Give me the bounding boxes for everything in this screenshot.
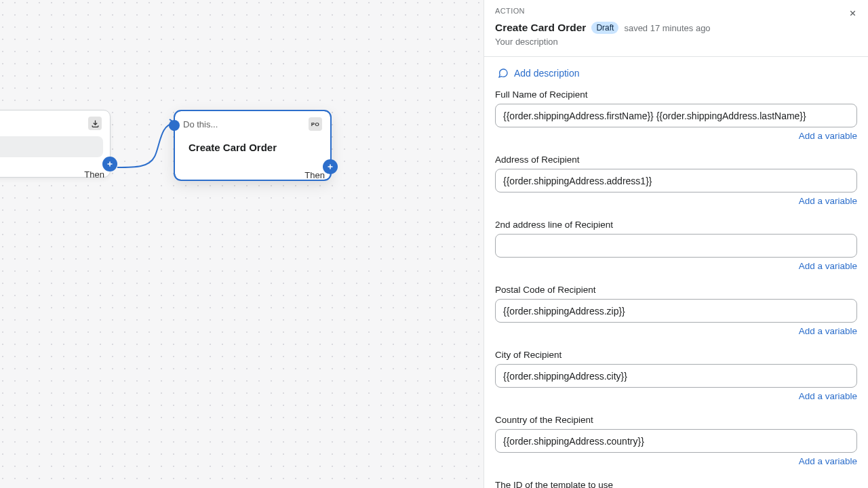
- form-row: City of RecipientAdd a variable: [495, 350, 857, 411]
- field-input[interactable]: [495, 429, 857, 453]
- field-label: City of Recipient: [495, 350, 857, 360]
- node-title: paid: [0, 141, 96, 152]
- node-hint: Do this...: [183, 119, 218, 129]
- add-step-button[interactable]: [102, 157, 117, 171]
- add-variable-link[interactable]: Add a variable: [799, 391, 857, 401]
- add-step-button[interactable]: [323, 159, 338, 174]
- form-row: 2nd address line of RecipientAdd a varia…: [495, 220, 857, 281]
- close-icon[interactable]: [845, 5, 860, 20]
- field-input[interactable]: [495, 169, 857, 192]
- add-variable-link[interactable]: Add a variable: [799, 326, 857, 336]
- workflow-canvas[interactable]: hen... paid Then Do this... PO Creat: [0, 0, 484, 488]
- form-row: Country of the RecipientAdd a variable: [495, 415, 857, 476]
- add-variable-link[interactable]: Add a variable: [799, 261, 857, 271]
- flow-node-action[interactable]: Do this... PO Create Card Order Then: [174, 110, 331, 180]
- field-input[interactable]: [495, 364, 857, 388]
- saved-indicator: saved 17 minutes ago: [624, 23, 710, 33]
- add-variable-link[interactable]: Add a variable: [799, 456, 857, 466]
- field-label: Country of the Recipient: [495, 415, 857, 425]
- field-label: Full Name of Recipient: [495, 89, 857, 100]
- download-icon: [88, 117, 102, 130]
- then-label: Then: [84, 169, 104, 180]
- panel-subtitle: Your description: [495, 37, 857, 47]
- form-row: Full Name of RecipientAdd a variable: [495, 89, 857, 150]
- action-panel: ACTION Create Card Order Draft saved 17 …: [484, 0, 868, 488]
- field-input[interactable]: [495, 299, 857, 323]
- field-label: Postal Code of Recipient: [495, 285, 857, 295]
- form-row: The ID of the template to useYou can get…: [495, 480, 857, 488]
- add-variable-link[interactable]: Add a variable: [799, 131, 857, 141]
- input-port[interactable]: [169, 120, 180, 131]
- form-row: Postal Code of RecipientAdd a variable: [495, 285, 857, 346]
- form-row: Address of RecipientAdd a variable: [495, 155, 857, 216]
- draft-badge: Draft: [591, 22, 618, 34]
- add-variable-link[interactable]: Add a variable: [799, 196, 857, 206]
- field-label: The ID of the template to use: [495, 480, 857, 488]
- flow-node-trigger[interactable]: hen... paid Then: [0, 110, 111, 178]
- add-description-label: Add description: [514, 68, 580, 79]
- then-label: Then: [304, 170, 325, 180]
- panel-title: Create Card Order: [495, 22, 586, 34]
- add-description-button[interactable]: Add description: [498, 68, 857, 79]
- field-label: Address of Recipient: [495, 155, 857, 165]
- field-label: 2nd address line of Recipient: [495, 220, 857, 230]
- node-title: Create Card Order: [189, 142, 317, 153]
- edge-svg: [0, 0, 484, 488]
- printone-icon: PO: [309, 117, 322, 131]
- field-input[interactable]: [495, 104, 857, 127]
- panel-eyebrow: ACTION: [495, 7, 857, 15]
- field-input[interactable]: [495, 234, 857, 258]
